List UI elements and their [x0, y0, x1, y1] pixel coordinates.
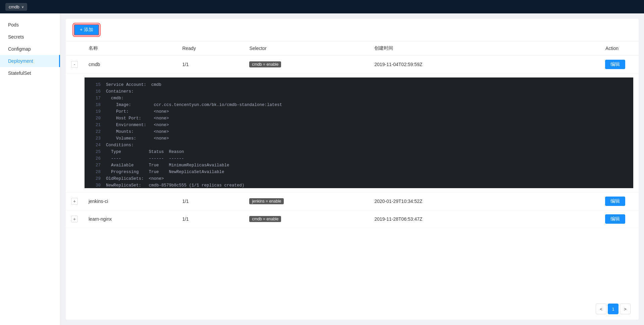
add-button[interactable]: + 添加 [74, 24, 99, 36]
table-header: 名称 Ready Selector 创建时间 Action [66, 41, 639, 56]
table-wrapper[interactable]: 名称 Ready Selector 创建时间 Action - [66, 41, 639, 320]
code-block[interactable]: 15Service Account: cmdb16Containers:17 c… [85, 77, 633, 188]
table-row: + learn-nginx 1/1 cmdb = enable 2019-11-… [66, 210, 639, 228]
sidebar-item-pods[interactable]: Pods [0, 19, 60, 31]
row-created-at: 2020-01-29T10:34:52Z [369, 193, 531, 210]
pagination: < 1 > [596, 304, 631, 314]
row-toggle-cell: - [66, 56, 83, 73]
edit-button[interactable]: 编辑 [605, 214, 625, 224]
deployments-table: 名称 Ready Selector 创建时间 Action - [66, 41, 639, 228]
col-action: Action [531, 41, 639, 56]
collapse-button[interactable]: - [71, 61, 78, 68]
row-action: 编辑 [531, 193, 639, 210]
brand-dropdown[interactable]: cmdb ∨ [5, 3, 27, 11]
row-action: 编辑 [531, 210, 639, 228]
row-name: cmdb [83, 56, 177, 73]
current-page-button[interactable]: 1 [608, 304, 619, 314]
col-created-at: 创建时间 [369, 41, 531, 56]
sidebar-item-statefulset[interactable]: StatefulSet [0, 67, 60, 79]
col-ready: Ready [177, 41, 244, 56]
sidebar-item-secrets[interactable]: Secrets [0, 31, 60, 43]
row-created-at: 2019-11-04T02:59:59Z [369, 56, 531, 73]
table-body: - cmdb 1/1 cmdb = enable 2019-11-04T02:5… [66, 56, 639, 228]
topbar: cmdb ∨ [0, 0, 644, 13]
row-ready: 1/1 [177, 56, 244, 73]
col-name: 名称 [83, 41, 177, 56]
sidebar: Pods Secrets Configmap Deployment Statef… [0, 13, 60, 325]
expand-button[interactable]: + [71, 216, 78, 222]
sidebar-item-configmap[interactable]: Configmap [0, 43, 60, 55]
selector-badge: cmdb = enable [249, 61, 281, 67]
selector-badge: cmdb = enable [249, 216, 281, 222]
row-action: 编辑 [531, 56, 639, 73]
row-created-at: 2019-11-28T06:53:47Z [369, 210, 531, 228]
prev-page-button[interactable]: < [596, 304, 606, 314]
next-page-button[interactable]: > [620, 304, 631, 314]
row-selector: cmdb = enable [244, 56, 369, 73]
brand-label: cmdb [9, 4, 19, 9]
row-name: jenkins-ci [83, 193, 177, 210]
row-toggle-cell: + [66, 210, 83, 228]
table-row: - cmdb 1/1 cmdb = enable 2019-11-04T02:5… [66, 56, 639, 73]
code-cell: 15Service Account: cmdb16Containers:17 c… [66, 73, 639, 193]
edit-button[interactable]: 编辑 [605, 60, 625, 69]
main-layout: Pods Secrets Configmap Deployment Statef… [0, 13, 644, 325]
expand-button[interactable]: + [71, 198, 78, 205]
table-row: + jenkins-ci 1/1 jenkins = enable 2020-0… [66, 193, 639, 210]
toolbar: + 添加 [66, 19, 639, 41]
row-selector: cmdb = enable [244, 210, 369, 228]
chevron-down-icon: ∨ [21, 5, 24, 9]
edit-button[interactable]: 编辑 [605, 197, 625, 206]
col-toggle [66, 41, 83, 56]
selector-badge: jenkins = enable [249, 198, 284, 204]
col-selector: Selector [244, 41, 369, 56]
sidebar-item-deployment[interactable]: Deployment [0, 55, 60, 67]
row-name: learn-nginx [83, 210, 177, 228]
row-ready: 1/1 [177, 210, 244, 228]
row-selector: jenkins = enable [244, 193, 369, 210]
row-toggle-cell: + [66, 193, 83, 210]
code-detail-row: 15Service Account: cmdb16Containers:17 c… [66, 73, 639, 193]
main-panel: + 添加 名称 Ready Selector 创建时间 Action [66, 19, 639, 320]
row-ready: 1/1 [177, 193, 244, 210]
